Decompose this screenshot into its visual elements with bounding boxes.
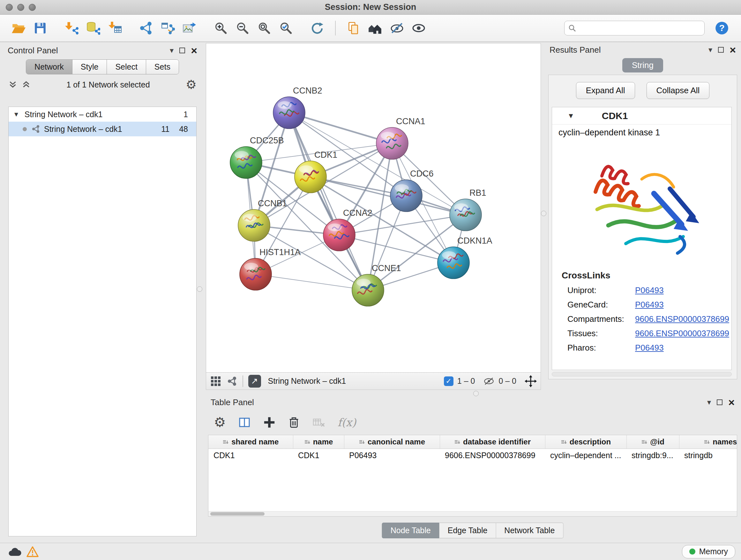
column-header-description[interactable]: description xyxy=(545,435,626,449)
table-cell[interactable]: P06493 xyxy=(344,449,440,462)
crosslink-value-link[interactable]: P06493 xyxy=(635,343,664,353)
close-panel-icon[interactable]: × xyxy=(191,47,197,54)
column-header-name[interactable]: name xyxy=(293,435,344,449)
zoom-in-button[interactable] xyxy=(210,17,232,39)
tab-edge-table[interactable]: Edge Table xyxy=(440,523,496,538)
network-graph[interactable]: CCNB2CCNA1CDC25BCDK1CDC6RB1CCNB1CCNA2CDK… xyxy=(206,44,541,372)
column-header--id[interactable]: @id xyxy=(626,435,679,449)
open-session-button[interactable] xyxy=(8,17,29,39)
add-column-icon[interactable] xyxy=(263,416,276,429)
hide-graphics-details-button[interactable] xyxy=(386,17,408,39)
table-cell[interactable]: CDK1 xyxy=(293,449,344,462)
tab-network[interactable]: Network xyxy=(26,60,72,74)
panel-menu-icon[interactable]: ▾ xyxy=(170,46,174,55)
tab-node-table[interactable]: Node Table xyxy=(382,523,440,538)
birds-eye-view-icon[interactable] xyxy=(210,375,221,387)
collapse-all-icon[interactable] xyxy=(8,80,17,89)
show-home-button[interactable] xyxy=(364,17,386,39)
network-node-ccna1[interactable]: CCNA1 xyxy=(376,117,425,159)
column-header-shared-name[interactable]: shared name xyxy=(208,435,293,449)
hidden-eye-slash-icon[interactable] xyxy=(483,377,495,386)
network-node-hist1h1a[interactable]: HIST1H1A xyxy=(240,247,300,290)
network-canvas[interactable]: CCNB2CCNA1CDC25BCDK1CDC6RB1CCNB1CCNA2CDK… xyxy=(206,43,541,373)
collapse-all-button[interactable]: Collapse All xyxy=(647,82,710,99)
table-cell[interactable]: stringdb:9... xyxy=(626,449,679,462)
horizontal-splitter-handle[interactable] xyxy=(473,391,479,396)
network-edge[interactable] xyxy=(256,274,368,290)
crosslink-value-link[interactable]: P06493 xyxy=(635,300,664,310)
network-node-ccnb2[interactable]: CCNB2 xyxy=(273,86,322,129)
import-network-from-database-button[interactable] xyxy=(82,17,104,39)
save-session-button[interactable] xyxy=(29,17,51,39)
open-in-new-window-button[interactable]: ↗ xyxy=(248,375,261,388)
import-table-from-file-button[interactable] xyxy=(104,17,126,39)
panel-menu-icon[interactable]: ▾ xyxy=(707,398,711,407)
zoom-window-button[interactable] xyxy=(29,4,36,11)
float-panel-icon[interactable] xyxy=(179,48,185,53)
table-horizontal-scrollbar[interactable] xyxy=(208,511,737,516)
close-panel-icon[interactable]: × xyxy=(728,399,735,406)
tab-select[interactable]: Select xyxy=(107,60,146,74)
table-cell[interactable]: stringdb xyxy=(679,449,737,462)
import-network-from-file-button[interactable] xyxy=(61,17,82,39)
show-graphics-details-button[interactable] xyxy=(408,17,429,39)
network-from-table-button[interactable] xyxy=(157,17,179,39)
network-row-selected[interactable]: String Network – cdk1 11 48 xyxy=(9,122,196,136)
table-row[interactable]: CDK1CDK1P064939606.ENSP00000378699cyclin… xyxy=(208,449,737,462)
float-panel-icon[interactable] xyxy=(717,399,723,405)
delete-column-icon[interactable] xyxy=(288,416,300,429)
network-node-cdk1[interactable]: CDK1 xyxy=(294,150,337,193)
tab-sets[interactable]: Sets xyxy=(146,60,179,74)
column-header-canonical-name[interactable]: canonical name xyxy=(344,435,440,449)
table-cell[interactable]: 9606.ENSP00000378699 xyxy=(440,449,545,462)
warnings-button[interactable] xyxy=(23,545,42,558)
expand-all-button[interactable]: Expand All xyxy=(576,82,635,99)
table-cell[interactable]: CDK1 xyxy=(208,449,293,462)
float-panel-icon[interactable] xyxy=(718,47,724,53)
help-button[interactable]: ? xyxy=(711,17,733,39)
column-header-namespac[interactable]: namespac xyxy=(679,435,737,449)
new-network-button[interactable] xyxy=(135,17,157,39)
zoom-selected-button[interactable] xyxy=(275,17,297,39)
vertical-splitter-handle-left[interactable] xyxy=(197,287,202,292)
search-field[interactable] xyxy=(564,21,704,36)
network-node-cdkn1a[interactable]: CDKN1A xyxy=(437,236,492,279)
network-node-rb1[interactable]: RB1 xyxy=(450,188,486,231)
memory-button[interactable]: Memory xyxy=(682,545,735,558)
tab-network-table[interactable]: Network Table xyxy=(496,523,563,538)
zoom-fit-button[interactable] xyxy=(253,17,275,39)
table-cell[interactable]: cyclin–dependent ... xyxy=(545,449,626,462)
close-panel-icon[interactable]: × xyxy=(730,47,736,53)
network-overview-icon[interactable] xyxy=(226,376,238,387)
selected-checkbox-icon[interactable]: ✓ xyxy=(444,376,454,386)
network-edge[interactable] xyxy=(289,113,368,290)
export-image-button[interactable] xyxy=(179,17,200,39)
cloud-status-button[interactable] xyxy=(6,545,23,558)
scrollbar-thumb[interactable] xyxy=(210,512,265,516)
crosslink-value-link[interactable]: P06493 xyxy=(635,286,664,295)
table-options-gear-icon[interactable]: ⚙ xyxy=(214,416,226,429)
crosslink-value-link[interactable]: 9606.ENSP00000378699 xyxy=(635,314,729,324)
results-horizontal-scrollbar[interactable] xyxy=(552,372,732,376)
network-collection-row[interactable]: ▼ String Network – cdk1 1 xyxy=(9,107,196,122)
crosslink-label: Tissues: xyxy=(567,328,635,338)
panel-menu-icon[interactable]: ▾ xyxy=(709,45,712,54)
vertical-splitter-handle-right[interactable] xyxy=(541,211,546,216)
search-input[interactable] xyxy=(579,23,700,33)
network-options-gear-icon[interactable]: ⚙ xyxy=(186,78,197,91)
tab-style[interactable]: Style xyxy=(72,60,107,74)
refresh-view-button[interactable] xyxy=(307,17,328,39)
network-node-ccnb1[interactable]: CCNB1 xyxy=(238,199,287,241)
show-columns-icon[interactable] xyxy=(238,416,251,429)
minimize-window-button[interactable] xyxy=(17,4,24,11)
tab-string[interactable]: String xyxy=(622,58,663,72)
expand-all-icon[interactable] xyxy=(22,80,30,89)
collapse-section-triangle[interactable]: ▼ xyxy=(567,112,575,120)
copy-document-button[interactable] xyxy=(343,17,364,39)
expand-triangle-icon[interactable]: ▼ xyxy=(13,111,19,118)
zoom-out-button[interactable] xyxy=(232,17,253,39)
crosslink-value-link[interactable]: 9606.ENSP00000378699 xyxy=(635,328,729,338)
fit-selected-crosshair-icon[interactable] xyxy=(525,375,537,387)
close-window-button[interactable] xyxy=(6,4,13,11)
column-header-database-identifier[interactable]: database identifier xyxy=(440,435,545,449)
